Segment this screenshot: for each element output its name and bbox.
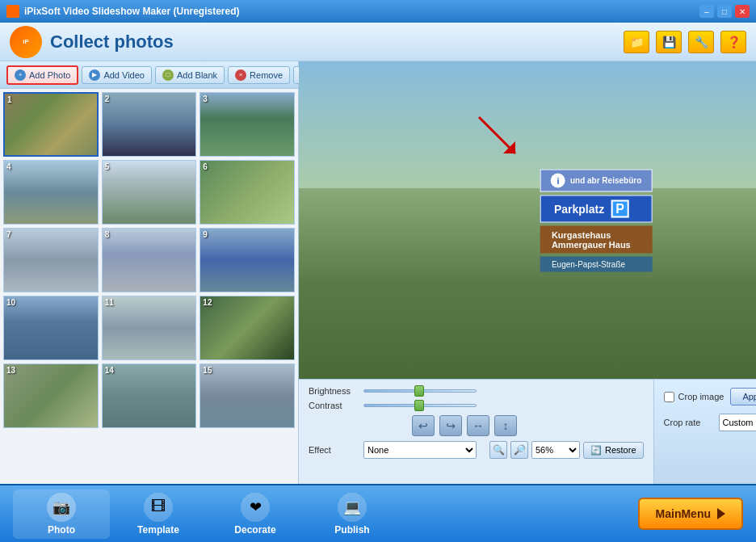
thumb-number: 7 (6, 230, 11, 239)
thumbnail-item[interactable]: 5 (102, 160, 197, 225)
crop-top-row: Crop image Apply all Hyperlink (664, 388, 756, 405)
crop-rate-label: Crop rate (664, 418, 712, 427)
preview-image: i und abr Reisebüro Parkplatz P Kurgaste… (299, 61, 756, 379)
thumbnail-item[interactable]: 2 (102, 92, 197, 157)
play-icon (717, 508, 725, 519)
add-blank-icon: □ (162, 69, 174, 81)
nav-item-template[interactable]: 🎞 Template (110, 489, 207, 539)
restore-button[interactable]: 🔄 Restore (583, 442, 644, 459)
crop-image-check-group: Crop image (664, 392, 724, 402)
restore-icon: 🔄 (590, 445, 602, 456)
decorate-nav-icon: ❤ (241, 493, 270, 522)
thumb-number: 13 (6, 366, 15, 375)
crop-rate-select[interactable]: Custom 16:9 4:3 1:1 3:2 (719, 414, 756, 431)
zoom-in-button[interactable]: 🔍 (489, 441, 507, 459)
arrow-overlay (471, 109, 536, 174)
sign-text-3: Kurgastehaus (552, 229, 611, 239)
crop-image-label: Crop image (678, 392, 724, 401)
main-menu-label: MainMenu (656, 507, 711, 520)
thumbnail-item[interactable]: 12 (200, 296, 295, 360)
transform-row: ↩ ↩ ↔ ↕ (309, 415, 644, 436)
add-video-icon: ▶ (89, 69, 100, 81)
header-tools: 📁 💾 🔧 ❓ (624, 31, 746, 53)
main-menu-button[interactable]: MainMenu (638, 498, 743, 530)
app-title: iPixSoft Video Slideshow Maker (Unregist… (24, 6, 240, 17)
nav-item-publish[interactable]: 💻 Publish (304, 489, 401, 539)
thumb-number: 6 (203, 162, 208, 171)
thumbnail-item[interactable]: 1 (3, 92, 99, 157)
thumbnail-item[interactable]: 6 (200, 160, 295, 225)
header: iP Collect photos 📁 💾 🔧 ❓ (0, 23, 756, 61)
thumb-number: 14 (105, 366, 114, 375)
thumbnail-item[interactable]: 11 (102, 296, 197, 360)
thumbnail-item[interactable]: 14 (102, 363, 197, 428)
contrast-slider-track (363, 404, 477, 407)
thumb-number: 5 (105, 162, 110, 171)
nav-label-photo: Photo (48, 524, 75, 536)
flip-horizontal-button[interactable]: ↔ (467, 415, 489, 436)
brightness-label: Brightness (309, 386, 357, 396)
sign-text-1: und abr Reisebüro (570, 176, 641, 185)
bottom-nav: 📷 Photo 🎞 Template ❤ Decorate 💻 Publish … (0, 484, 756, 542)
right-panel: i und abr Reisebüro Parkplatz P Kurgaste… (299, 61, 756, 484)
effect-row: Effect None 🔍 🔎 56% 25% 50% 75% 100% (309, 441, 644, 459)
window-controls: – □ ✕ (699, 5, 750, 18)
thumbnail-item[interactable]: 10 (3, 296, 99, 360)
add-photo-icon: + (15, 69, 26, 81)
thumb-number: 10 (6, 298, 15, 307)
contrast-slider-thumb[interactable] (414, 400, 424, 411)
photo-toolbar: + Add Photo ▶ Add Video □ Add Blank × Re… (0, 61, 298, 89)
crop-rate-row: Crop rate Custom 16:9 4:3 1:1 3:2 (664, 414, 756, 431)
left-panel: + Add Photo ▶ Add Video □ Add Blank × Re… (0, 61, 299, 484)
nav-item-decorate[interactable]: ❤ Decorate (207, 489, 304, 539)
add-video-button[interactable]: ▶ Add Video (82, 66, 152, 84)
template-nav-icon: 🎞 (144, 493, 173, 522)
photo-nav-icon: 📷 (47, 493, 76, 522)
add-photo-button[interactable]: + Add Photo (6, 65, 78, 85)
effect-select[interactable]: None (363, 441, 477, 459)
maximize-button[interactable]: □ (717, 5, 732, 18)
sign-text-2: Parkplatz (554, 202, 604, 215)
thumb-number: 4 (6, 162, 11, 171)
nav-label-publish: Publish (334, 524, 369, 536)
remove-icon: × (235, 69, 246, 81)
rotate-left-button[interactable]: ↩ (412, 415, 435, 436)
title-bar: iPixSoft Video Slideshow Maker (Unregist… (0, 0, 756, 23)
crop-image-checkbox[interactable] (664, 392, 674, 402)
thumb-number: 1 (7, 95, 12, 104)
brightness-slider-thumb[interactable] (414, 385, 424, 397)
thumbnail-item[interactable]: 8 (102, 228, 197, 292)
controls-area: Brightness Contrast ↩ (299, 379, 756, 484)
thumbnail-item[interactable]: 9 (200, 228, 295, 292)
left-controls: Brightness Contrast ↩ (299, 380, 653, 484)
thumbnail-item[interactable]: 3 (200, 92, 295, 157)
settings-button[interactable]: 🔧 (688, 31, 714, 53)
add-blank-button[interactable]: □ Add Blank (155, 66, 225, 84)
nav-item-photo[interactable]: 📷 Photo (13, 489, 110, 539)
rotate-right-button[interactable]: ↩ (439, 415, 462, 436)
thumb-number: 9 (203, 230, 208, 239)
contrast-row: Contrast (309, 401, 644, 410)
zoom-select[interactable]: 56% 25% 50% 75% 100% (531, 441, 580, 459)
help-button[interactable]: ❓ (720, 31, 746, 53)
crop-controls: Crop image Apply all Hyperlink Crop rate… (653, 380, 756, 484)
save-button[interactable]: 💾 (656, 31, 682, 53)
app-logo: iP (10, 26, 42, 58)
minimize-button[interactable]: – (699, 5, 714, 18)
zoom-out-button[interactable]: 🔎 (510, 441, 528, 459)
thumb-number: 12 (203, 298, 212, 307)
thumbnail-item[interactable]: 7 (3, 228, 99, 292)
thumbnail-item[interactable]: 13 (3, 363, 99, 428)
brightness-slider-track (363, 389, 477, 393)
apply-all-button[interactable]: Apply all (730, 388, 756, 405)
remove-button[interactable]: × Remove (228, 66, 290, 84)
publish-nav-icon: 💻 (338, 493, 367, 522)
thumbnail-item[interactable]: 4 (3, 160, 99, 225)
open-folder-button[interactable]: 📁 (624, 31, 649, 53)
thumb-number: 3 (203, 95, 208, 103)
main-content: + Add Photo ▶ Add Video □ Add Blank × Re… (0, 61, 756, 484)
close-button[interactable]: ✕ (735, 5, 750, 18)
flip-vertical-button[interactable]: ↕ (494, 415, 517, 436)
sign-text-4: Ammergauer Haus (552, 239, 631, 249)
thumbnail-item[interactable]: 15 (200, 363, 295, 428)
